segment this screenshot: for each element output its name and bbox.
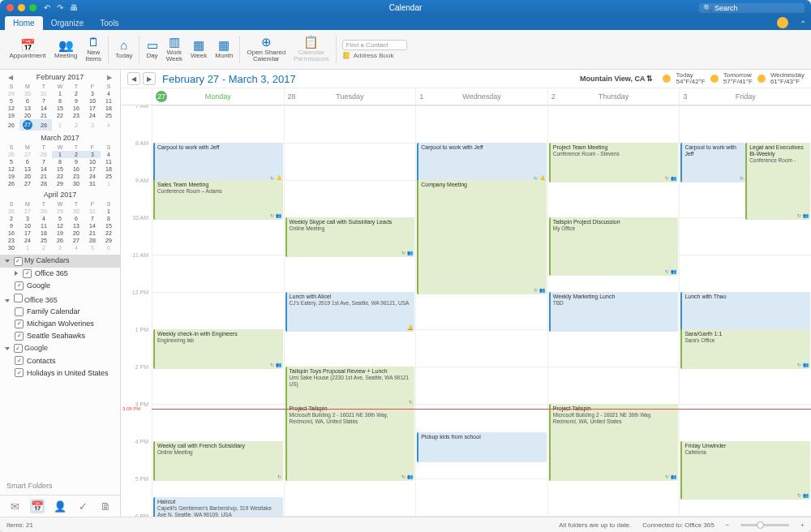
calendar-event[interactable]: Carpool to work with Jeff↻🔔 (417, 143, 547, 182)
day-view-button[interactable]: ▭Day (142, 33, 161, 66)
calendar-item[interactable]: Office 365 (0, 268, 120, 280)
day-header[interactable]: 3Friday (679, 88, 811, 105)
calendar-icon[interactable]: 📅 (30, 499, 45, 513)
calendar-event[interactable]: HaircutCapelli's Gentlemen's Barbershop,… (153, 497, 283, 517)
avatar[interactable] (777, 17, 788, 28)
calendar-event[interactable]: Lunch with Alice!CJ's Eatery, 2619 1st A… (285, 292, 415, 332)
calendar-item[interactable]: Family Calendar (0, 306, 120, 318)
zoom-out-icon[interactable]: − (726, 521, 730, 529)
meeting-button[interactable]: 👥Meeting (50, 33, 81, 66)
event-indicator-icon: 🔔 (407, 325, 413, 331)
checkbox-icon[interactable] (14, 257, 23, 266)
calendar-item[interactable]: Michigan Wolverines (0, 318, 120, 330)
tasks-icon[interactable]: ✓ (75, 499, 90, 513)
day-column[interactable]: Carpool to work with Jeff↻Legal and Exec… (679, 105, 811, 517)
checkbox-icon[interactable] (14, 294, 23, 302)
mini-calendar[interactable]: ◀February 2017▶SMTWTFS293031123456789101… (0, 70, 120, 131)
minimize-icon[interactable] (18, 4, 25, 11)
calendar-event[interactable]: Lunch with Thao (680, 292, 810, 332)
calendar-event[interactable]: Tailspin Project DiscussionMy Office↻👥 (549, 217, 679, 276)
month-view-button[interactable]: ▦Month (211, 33, 237, 66)
calendar-event[interactable]: Carpool to work with Jeff↻ (680, 143, 745, 182)
prev-button[interactable]: ◀ (127, 72, 140, 85)
checkbox-icon[interactable] (15, 320, 24, 328)
calendar-event[interactable]: Sara/Garth 1:1Sara's Office↻👥 (680, 329, 810, 369)
zoom-icon[interactable] (29, 4, 36, 11)
calendar-item[interactable]: Contacts (0, 354, 120, 367)
calendar-group[interactable]: My Calendars (0, 255, 120, 268)
next-month-icon[interactable]: ▶ (107, 74, 112, 81)
smart-folders[interactable]: Smart Folders (0, 477, 120, 495)
day-column[interactable]: Weekly Skype call with Subsidiary LeadsO… (284, 105, 416, 517)
calendar-tree: My Calendars Office 365 Google Office 36… (0, 255, 120, 477)
location-picker[interactable]: Mountain View, CA⇅ (580, 75, 654, 83)
hour-label: 1 PM (135, 327, 148, 332)
search-input[interactable]: 🔍Search (699, 3, 805, 13)
workweek-view-button[interactable]: ▥Work Week (162, 33, 187, 66)
today-button[interactable]: ⌂Today (111, 33, 136, 66)
hour-label: 2 PM (135, 364, 148, 370)
day-column[interactable]: Carpool to work with Jeff↻🔔Company Meeti… (415, 105, 547, 517)
calendar-grid[interactable]: 7 AM8 AM9 AM10 AM11 AM12 PM1 PM2 PM3 PM4… (121, 105, 811, 517)
tab-tools[interactable]: Tools (92, 16, 127, 30)
day-header[interactable]: 28Tuesday (284, 88, 416, 105)
find-contact-input[interactable]: Find a Contact (342, 40, 407, 50)
calendar-event[interactable]: Weekly Skype call with Subsidiary LeadsO… (285, 217, 415, 257)
calendar-event[interactable]: Weekly check-in with EngineersEngineerin… (153, 329, 283, 369)
notes-icon[interactable]: 🗎 (98, 499, 113, 513)
calendar-event[interactable]: Company Meeting↻👥 (417, 180, 547, 294)
calendar-event[interactable]: Sales Team MeetingConference Room – Adam… (153, 180, 283, 220)
checkbox-icon[interactable] (15, 307, 24, 316)
calendar-group[interactable]: Google (0, 342, 120, 355)
day-column[interactable]: Project Team MeetingConference Room - St… (547, 105, 680, 517)
event-indicator-icon: 👥 (803, 363, 809, 368)
zoom-slider[interactable] (740, 524, 789, 526)
calendar-event[interactable]: Weekly Marketing LunchTBD (549, 292, 679, 332)
week-view-button[interactable]: ▦Week (187, 33, 211, 66)
calendar-group[interactable]: Office 365 (0, 292, 120, 306)
hour-label: 11 AM (132, 252, 148, 258)
tab-home[interactable]: Home (5, 16, 43, 30)
calendar-event[interactable]: Pickup kids from school (417, 432, 547, 463)
calendar-event[interactable]: Project Team MeetingConference Room - St… (549, 143, 679, 182)
mail-icon[interactable]: ✉ (7, 499, 22, 513)
calendar-event[interactable]: Tailspin Toys Proposal Review + LunchUmi… (285, 367, 415, 406)
new-items-button[interactable]: 🗒New Items (81, 33, 105, 66)
close-icon[interactable] (6, 4, 14, 11)
checkbox-icon[interactable] (15, 368, 24, 377)
day-header[interactable]: 27Monday (152, 88, 284, 105)
prev-month-icon[interactable]: ◀ (8, 74, 13, 81)
mini-calendar[interactable]: March 2017SMTWTFS26272812345678910111213… (0, 131, 120, 187)
calendar-event[interactable]: Project TailspinMicrosoft Building 2 - 1… (285, 404, 415, 481)
calendar-event[interactable]: Legal and Executives Bi-WeeklyConference… (745, 143, 810, 220)
calendar-event[interactable]: Project TailspinMicrosoft Building 2 - 1… (549, 404, 679, 481)
next-button[interactable]: ▶ (143, 72, 156, 85)
checkbox-icon[interactable] (15, 332, 24, 341)
address-book-button[interactable]: 📒Address Book (342, 52, 394, 59)
day-column[interactable]: Carpool to work with Jeff↻🔔Sales Team Me… (152, 105, 284, 517)
checkbox-icon[interactable] (14, 344, 23, 353)
checkbox-icon[interactable] (15, 281, 24, 290)
checkbox-icon[interactable] (15, 356, 24, 365)
calendar-event[interactable]: Weekly call with French SubsidiaryOnline… (153, 441, 283, 481)
sun-icon (757, 75, 766, 83)
print-icon[interactable]: 🖶 (70, 3, 78, 12)
calendar-item[interactable]: Holidays in United States (0, 367, 120, 379)
chevron-up-icon[interactable]: ⌃ (800, 19, 806, 28)
tab-organize[interactable]: Organize (43, 16, 92, 30)
redo-icon[interactable]: ↷ (57, 3, 63, 12)
open-shared-button[interactable]: ⊕Open Shared Calendar (242, 33, 290, 66)
calendar-event[interactable]: Carpool to work with Jeff↻🔔 (153, 143, 283, 182)
zoom-in-icon[interactable]: + (800, 521, 805, 529)
undo-icon[interactable]: ↶ (44, 3, 50, 12)
event-indicator-icon: ↻ (797, 363, 801, 368)
appointment-button[interactable]: 📅Appointment (5, 33, 50, 66)
people-icon[interactable]: 👤 (53, 499, 67, 513)
calendar-item[interactable]: Seattle Seahawks (0, 330, 120, 342)
mini-calendar[interactable]: April 2017SMTWTFS26272829303112345678910… (0, 187, 120, 251)
day-header[interactable]: 2Thursday (547, 88, 680, 105)
calendar-event[interactable]: Friday UnwinderCafeteria↻👥 (680, 441, 810, 500)
calendar-item[interactable]: Google (0, 280, 120, 292)
day-header[interactable]: 1Wednesday (415, 88, 547, 105)
checkbox-icon[interactable] (23, 269, 32, 278)
